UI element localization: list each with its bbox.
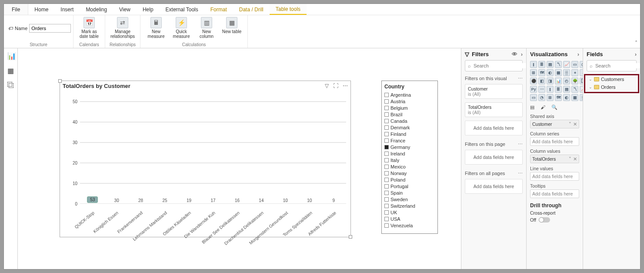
viz-type-icon[interactable]: ≣: [538, 61, 545, 68]
format-tab-icon[interactable]: 🖌: [541, 104, 545, 110]
slicer-item[interactable]: UK: [384, 209, 435, 216]
viz-type-icon[interactable]: 📈: [563, 61, 570, 68]
slicer-item[interactable]: Mexico: [384, 163, 435, 170]
viz-type-icon[interactable]: ◨: [547, 78, 554, 84]
slicer-item[interactable]: Belgium: [384, 104, 435, 111]
slicer-item[interactable]: Austria: [384, 98, 435, 104]
checkbox-icon[interactable]: [384, 178, 389, 182]
checkbox-icon[interactable]: [384, 158, 389, 162]
fields-search[interactable]: ⌕: [587, 60, 637, 71]
collapse-ribbon-icon[interactable]: ˄: [635, 40, 637, 46]
more-icon[interactable]: ⋯: [518, 142, 523, 147]
remove-icon[interactable]: ✕: [573, 121, 577, 127]
checkbox-icon[interactable]: [384, 217, 389, 221]
filters-search-input[interactable]: [474, 63, 534, 68]
viz-type-icon[interactable]: ▭: [530, 94, 537, 101]
viz-type-icon[interactable]: 〽: [555, 61, 562, 68]
slicer-item[interactable]: Italy: [384, 157, 435, 163]
new-table-button[interactable]: ▦New table: [220, 17, 243, 34]
checkbox-icon[interactable]: [384, 93, 389, 97]
tab-data-drill[interactable]: Data / Drill: [233, 4, 270, 15]
checkbox-icon[interactable]: [384, 204, 389, 208]
slicer-item[interactable]: Poland: [384, 176, 435, 183]
bar-chart-visual[interactable]: TotalOrders by Customer ▽ ⛶ ⋯ 5330282519…: [60, 81, 351, 237]
checkbox-icon[interactable]: [384, 112, 389, 117]
checkbox-icon[interactable]: [384, 171, 389, 175]
checkbox-icon[interactable]: [384, 138, 389, 143]
country-slicer[interactable]: Country ArgentinaAustriaBelgiumBrazilCan…: [381, 81, 438, 234]
viz-type-icon[interactable]: ◔: [538, 94, 545, 101]
eye-icon[interactable]: 👁: [512, 51, 517, 57]
expand-filters-icon[interactable]: ›: [521, 51, 523, 57]
checkbox-icon[interactable]: [384, 210, 389, 215]
checkbox-icon[interactable]: [384, 132, 389, 136]
viz-type-icon[interactable]: ▦: [555, 69, 562, 76]
line-values-well[interactable]: Add data fields here: [530, 172, 579, 181]
cross-report-toggle[interactable]: [539, 217, 550, 222]
viz-type-icon[interactable]: ⊞: [547, 94, 554, 101]
filter-card-customer[interactable]: Customer is (All): [465, 84, 523, 99]
slicer-item[interactable]: Norway: [384, 170, 435, 176]
slicer-item[interactable]: Venezuela: [384, 222, 435, 229]
viz-type-icon[interactable]: ≣: [555, 86, 562, 93]
tab-external-tools[interactable]: External Tools: [160, 4, 204, 15]
viz-type-icon[interactable]: 🗺: [555, 94, 562, 101]
viz-type-icon[interactable]: ▒: [563, 69, 570, 76]
mark-as-date-table-button[interactable]: 📅 Mark as date table: [78, 17, 100, 39]
slicer-item[interactable]: Germany: [384, 144, 435, 150]
viz-type-icon[interactable]: ⋯: [538, 86, 545, 93]
checkbox-icon[interactable]: [384, 184, 389, 189]
filter-card-totalorders[interactable]: TotalOrders is (All): [465, 102, 523, 117]
viz-type-icon[interactable]: ⫿: [547, 86, 554, 93]
tab-home[interactable]: Home: [28, 4, 54, 15]
slicer-item[interactable]: Switzerland: [384, 202, 435, 209]
viz-type-icon[interactable]: ⚫: [530, 78, 537, 84]
expand-fields-icon[interactable]: ›: [635, 51, 637, 57]
slicer-item[interactable]: Sweden: [384, 196, 435, 202]
fields-tab-icon[interactable]: ▤: [530, 104, 534, 110]
viz-type-icon[interactable]: ▭: [571, 61, 578, 68]
filters-visual-dropwell[interactable]: Add data fields here: [465, 121, 523, 135]
viz-type-icon[interactable]: ◐: [547, 69, 554, 76]
filters-all-dropwell[interactable]: Add data fields here: [465, 179, 523, 194]
slicer-item[interactable]: Ireland: [384, 150, 435, 157]
tab-insert[interactable]: Insert: [54, 4, 80, 15]
slicer-item[interactable]: Canada: [384, 118, 435, 124]
checkbox-icon[interactable]: [384, 223, 389, 228]
analytics-tab-icon[interactable]: 🔍: [551, 104, 557, 110]
viz-type-icon[interactable]: ⫿: [530, 61, 537, 68]
viz-type-icon[interactable]: ◧: [538, 78, 545, 84]
tab-view[interactable]: View: [113, 4, 137, 15]
tab-table-tools[interactable]: Table tools: [270, 4, 307, 15]
checkbox-icon[interactable]: [384, 152, 389, 156]
field-table-row[interactable]: ⌄Orders: [585, 83, 638, 91]
viz-type-icon[interactable]: 🗺: [538, 69, 545, 76]
table-name-input[interactable]: [29, 24, 71, 33]
viz-type-icon[interactable]: ▤: [563, 86, 570, 93]
more-options-icon[interactable]: ⋯: [343, 83, 348, 89]
filters-search[interactable]: ⌕: [465, 60, 523, 71]
viz-type-icon[interactable]: 🌳: [571, 78, 578, 84]
viz-type-icon[interactable]: 📊: [555, 78, 562, 84]
chevron-down-icon[interactable]: ⌄: [589, 85, 592, 89]
slicer-item[interactable]: Argentina: [384, 91, 435, 98]
fields-search-input[interactable]: [595, 63, 640, 68]
shared-axis-well[interactable]: Customer˅✕: [530, 120, 579, 128]
checkbox-icon[interactable]: [384, 106, 389, 110]
expand-viz-icon[interactable]: ›: [577, 51, 579, 57]
viz-type-icon[interactable]: ◐: [563, 94, 570, 101]
manage-relationships-button[interactable]: ⇄ Manage relationships: [111, 17, 134, 39]
checkbox-icon[interactable]: [384, 197, 389, 202]
more-icon[interactable]: ⋯: [518, 76, 523, 81]
file-tab[interactable]: File: [4, 4, 28, 15]
data-view-icon[interactable]: ▦: [7, 67, 14, 74]
viz-type-icon[interactable]: 〽: [571, 86, 578, 93]
tab-help[interactable]: Help: [137, 4, 160, 15]
checkbox-icon[interactable]: [384, 99, 389, 104]
tab-modeling[interactable]: Modeling: [80, 4, 113, 15]
model-view-icon[interactable]: ⿻: [7, 81, 14, 88]
viz-type-icon[interactable]: ▤: [547, 61, 554, 68]
viz-type-icon[interactable]: ▦: [571, 94, 578, 101]
checkbox-icon[interactable]: [384, 119, 389, 123]
report-view-icon[interactable]: 📊: [7, 52, 14, 59]
